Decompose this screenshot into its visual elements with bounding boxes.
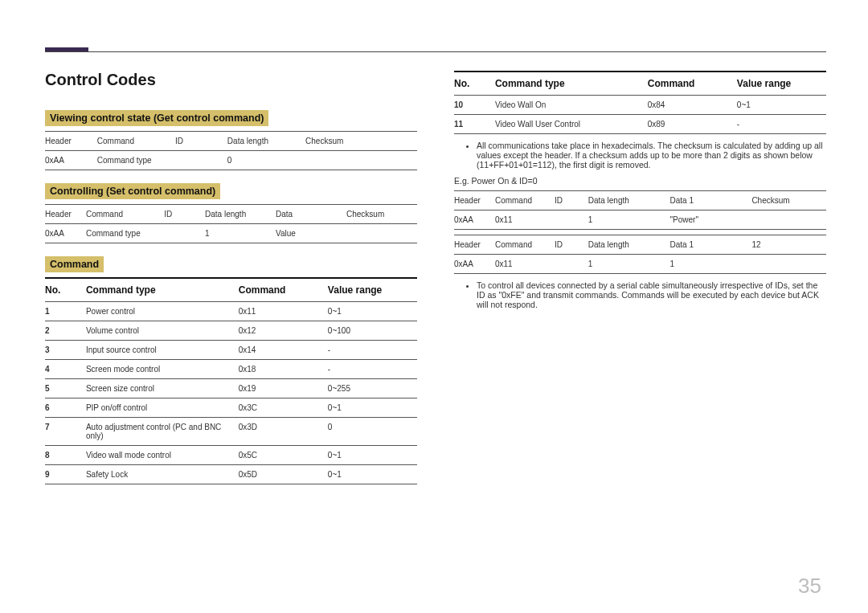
th-data: Data [276, 205, 346, 224]
td-type: Video wall mode control [86, 446, 239, 465]
table-row: 3Input source control0x14- [45, 341, 417, 360]
th: Data 1 [670, 235, 752, 255]
td-type: Screen size control [86, 379, 239, 398]
td-no: 9 [45, 465, 86, 484]
page-number: 35 [798, 574, 821, 599]
top-bar [45, 50, 826, 56]
table-row: 9Safety Lock0x5D0~1 [45, 465, 417, 484]
td-no: 1 [45, 302, 86, 321]
table-set-command: Header Command ID Data length Data Check… [45, 204, 417, 243]
table-row: 5Screen size control0x190~255 [45, 379, 417, 398]
td: 1 [588, 255, 670, 274]
th-cmd: Command [648, 72, 737, 96]
table-get-command: Header Command ID Data length Checksum 0… [45, 131, 417, 170]
td-no: 4 [45, 360, 86, 379]
td: Command type [97, 151, 175, 170]
th-datalen: Data length [205, 205, 276, 224]
note-1: All communications take place in hexadec… [454, 141, 826, 170]
left-column: Control Codes Viewing control state (Get… [45, 71, 417, 484]
td-type: Auto adjustment control (PC and BNC only… [86, 418, 239, 446]
td-cmd: 0x19 [239, 379, 328, 398]
th-cmdtype: Command type [495, 72, 648, 96]
columns: Control Codes Viewing control state (Get… [45, 71, 826, 484]
td: 0xAA [454, 210, 495, 230]
td [305, 151, 417, 170]
td-type: Volume control [86, 321, 239, 341]
td-range: 0~100 [328, 321, 417, 341]
th: ID [555, 235, 588, 255]
example-label: E.g. Power On & ID=0 [454, 176, 826, 186]
td-range: 0~255 [328, 379, 417, 398]
td-no: 2 [45, 321, 86, 341]
th: Data length [588, 191, 670, 210]
td-type: Screen mode control [86, 360, 239, 379]
header-rule [45, 51, 826, 52]
td-no: 7 [45, 418, 86, 446]
td: 1 [588, 210, 670, 230]
td: "Power" [670, 210, 752, 230]
table-row: 2Volume control0x120~100 [45, 321, 417, 341]
td [555, 255, 588, 274]
td: 0xAA [454, 255, 495, 274]
th-no: No. [45, 278, 86, 302]
note-2-text: To control all devices connected by a se… [477, 280, 826, 309]
td: 0 [227, 151, 305, 170]
td-range: 0~1 [328, 446, 417, 465]
th: Data 1 [670, 191, 752, 210]
table-commands-left: No. Command type Command Value range 1Po… [45, 277, 417, 484]
th: Header [454, 235, 495, 255]
th-id: ID [164, 205, 205, 224]
td [751, 255, 826, 274]
td-type: Input source control [86, 341, 239, 360]
td-type: PIP on/off control [86, 398, 239, 418]
td-cmd: 0x18 [239, 360, 328, 379]
th: Command [495, 191, 555, 210]
th: Header [454, 191, 495, 210]
td [751, 210, 826, 230]
td-range: 0~1 [328, 465, 417, 484]
th-no: No. [454, 72, 495, 96]
td-range: 0~1 [737, 96, 826, 115]
td: 0x11 [495, 210, 555, 230]
th-header: Header [45, 132, 97, 151]
subheading-controlling: Controlling (Set control command) [45, 183, 220, 199]
th-range: Value range [328, 278, 417, 302]
table-row: 8Video wall mode control0x5C0~1 [45, 446, 417, 465]
td-cmd: 0x5C [239, 446, 328, 465]
th-header: Header [45, 205, 86, 224]
td-type: Power control [86, 302, 239, 321]
th: Data length [588, 235, 670, 255]
th-command: Command [86, 205, 164, 224]
table-row: 1Power control0x110~1 [45, 302, 417, 321]
table-row: 4Screen mode control0x18- [45, 360, 417, 379]
th-id: ID [175, 132, 227, 151]
td: 0xAA [45, 224, 86, 243]
td-range: 0 [328, 418, 417, 446]
th: Checksum [751, 191, 826, 210]
td-range: 0~1 [328, 398, 417, 418]
th-command: Command [97, 132, 175, 151]
th-checksum: Checksum [346, 205, 417, 224]
td-no: 6 [45, 398, 86, 418]
td: 0xAA [45, 151, 97, 170]
table-row: 6PIP on/off control0x3C0~1 [45, 398, 417, 418]
td-no: 5 [45, 379, 86, 398]
table-commands-right: No. Command type Command Value range 10V… [454, 71, 826, 134]
subheading-command: Command [45, 256, 104, 272]
table-row: 7Auto adjustment control (PC and BNC onl… [45, 418, 417, 446]
td-cmd: 0x3C [239, 398, 328, 418]
td-no: 10 [454, 96, 495, 115]
td-no: 8 [45, 446, 86, 465]
th-datalen: Data length [227, 132, 305, 151]
right-column: No. Command type Command Value range 10V… [454, 71, 826, 484]
page-title: Control Codes [45, 71, 417, 89]
td-cmd: 0x14 [239, 341, 328, 360]
table-example-1: Header Command ID Data length Data 1 Che… [454, 190, 826, 230]
td-type: Safety Lock [86, 465, 239, 484]
th-range: Value range [737, 72, 826, 96]
td-range: - [737, 115, 826, 134]
note-1-text: All communications take place in hexadec… [477, 141, 826, 170]
td-type: Video Wall User Control [495, 115, 648, 134]
td-cmd: 0x12 [239, 321, 328, 341]
td: 1 [205, 224, 276, 243]
